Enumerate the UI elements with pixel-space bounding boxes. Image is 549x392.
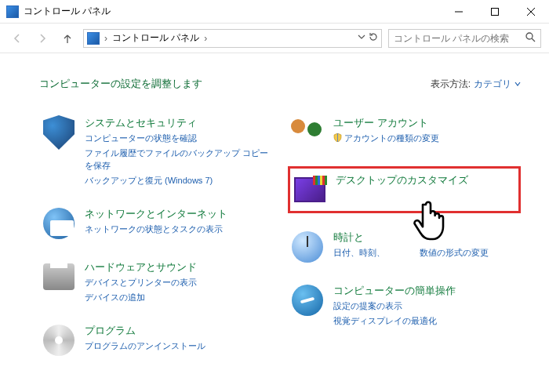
shield-icon bbox=[42, 116, 75, 149]
category-clock-region[interactable]: 時計と 日付、時刻、 数値の形式の変更 bbox=[288, 227, 521, 267]
top-line: コンピューターの設定を調整します 表示方法: カテゴリ bbox=[39, 77, 521, 91]
category-title[interactable]: ハードウェアとサウンド bbox=[85, 260, 197, 274]
history-dropdown-icon[interactable] bbox=[358, 32, 365, 44]
svg-point-4 bbox=[526, 33, 533, 39]
content-area: コンピューターの設定を調整します 表示方法: カテゴリ システムとセキュリティ … bbox=[0, 53, 549, 368]
category-programs[interactable]: プログラム プログラムのアンインストール bbox=[39, 321, 272, 360]
category-user-accounts[interactable]: ユーザー アカウント アカウントの種類の変更 bbox=[288, 113, 521, 152]
search-input[interactable] bbox=[394, 33, 525, 44]
category-sublink[interactable]: デバイスの追加 bbox=[85, 291, 197, 304]
category-sublink[interactable]: 視覚ディスプレイの最適化 bbox=[333, 314, 456, 328]
view-by-value[interactable]: カテゴリ bbox=[474, 78, 511, 91]
category-title[interactable]: 時計と bbox=[333, 230, 489, 245]
search-icon[interactable] bbox=[525, 32, 536, 45]
nav-forward-button[interactable] bbox=[33, 29, 52, 48]
category-title[interactable]: ユーザー アカウント bbox=[333, 116, 439, 130]
breadcrumb-sep-icon: › bbox=[202, 33, 209, 44]
category-system-security[interactable]: システムとセキュリティ コンピューターの状態を確認 ファイル履歴でファイルのバッ… bbox=[39, 113, 272, 190]
category-sublink[interactable]: バックアップと復元 (Windows 7) bbox=[85, 174, 269, 187]
accessibility-icon bbox=[291, 284, 324, 317]
titlebar: コントロール パネル bbox=[0, 0, 549, 24]
svg-line-5 bbox=[532, 38, 535, 42]
clock-icon bbox=[291, 230, 324, 263]
window-controls bbox=[441, 0, 549, 24]
nav-up-button[interactable] bbox=[58, 29, 77, 48]
address-icon bbox=[87, 32, 100, 45]
category-sublink[interactable]: アカウントの種類の変更 bbox=[333, 132, 439, 145]
minimize-button[interactable] bbox=[441, 0, 477, 24]
maximize-button[interactable] bbox=[477, 0, 513, 24]
svg-rect-1 bbox=[492, 8, 499, 15]
admin-shield-icon bbox=[333, 132, 342, 141]
window-title: コントロール パネル bbox=[24, 5, 441, 18]
category-title[interactable]: デスクトップのカスタマイズ bbox=[336, 173, 468, 187]
category-title[interactable]: ネットワークとインターネット bbox=[85, 207, 227, 221]
category-columns: システムとセキュリティ コンピューターの状態を確認 ファイル履歴でファイルのバッ… bbox=[39, 113, 521, 360]
category-ease-of-access[interactable]: コンピューターの簡単操作 設定の提案の表示 視覚ディスプレイの最適化 bbox=[288, 281, 521, 330]
view-by-label: 表示方法: bbox=[431, 78, 471, 91]
breadcrumb-root[interactable]: コントロール パネル bbox=[112, 31, 199, 45]
close-button[interactable] bbox=[513, 0, 549, 24]
toolbar: › コントロール パネル › bbox=[0, 24, 549, 53]
printer-icon bbox=[42, 260, 75, 293]
category-hardware[interactable]: ハードウェアとサウンド デバイスとプリンターの表示 デバイスの追加 bbox=[39, 257, 272, 307]
category-title[interactable]: システムとセキュリティ bbox=[85, 116, 269, 130]
category-network[interactable]: ネットワークとインターネット ネットワークの状態とタスクの表示 bbox=[39, 204, 272, 243]
category-sublink[interactable]: デバイスとプリンターの表示 bbox=[85, 276, 197, 289]
address-bar[interactable]: › コントロール パネル › bbox=[83, 29, 382, 48]
category-sublink[interactable]: ファイル履歴でファイルのバックアップ コピーを保存 bbox=[85, 147, 269, 172]
right-column: ユーザー アカウント アカウントの種類の変更 デスクトップのカスタマイズ bbox=[288, 113, 521, 360]
category-title[interactable]: プログラム bbox=[85, 324, 205, 338]
category-sublink[interactable]: 設定の提案の表示 bbox=[333, 299, 456, 313]
disc-icon bbox=[42, 324, 75, 357]
category-title[interactable]: コンピューターの簡単操作 bbox=[333, 284, 456, 298]
view-by: 表示方法: カテゴリ bbox=[431, 78, 521, 91]
breadcrumb-sep-icon: › bbox=[103, 33, 109, 44]
category-sublink[interactable]: 日付、時刻、 数値の形式の変更 bbox=[333, 246, 489, 260]
category-appearance[interactable]: デスクトップのカスタマイズ bbox=[288, 166, 521, 213]
chevron-down-icon[interactable] bbox=[514, 78, 521, 89]
category-sublink[interactable]: ネットワークの状態とタスクの表示 bbox=[85, 223, 227, 236]
refresh-icon[interactable] bbox=[369, 32, 378, 44]
nav-back-button[interactable] bbox=[8, 29, 27, 48]
control-panel-icon bbox=[6, 5, 19, 18]
left-column: システムとセキュリティ コンピューターの状態を確認 ファイル履歴でファイルのバッ… bbox=[39, 113, 272, 360]
search-box[interactable] bbox=[388, 29, 541, 48]
monitor-icon bbox=[293, 173, 326, 206]
users-icon bbox=[291, 116, 324, 149]
address-dropdowns bbox=[358, 32, 378, 44]
category-sublink[interactable]: コンピューターの状態を確認 bbox=[85, 132, 269, 145]
page-heading: コンピューターの設定を調整します bbox=[39, 77, 202, 91]
category-sublink[interactable]: プログラムのアンインストール bbox=[85, 339, 205, 353]
globe-icon bbox=[42, 207, 75, 240]
